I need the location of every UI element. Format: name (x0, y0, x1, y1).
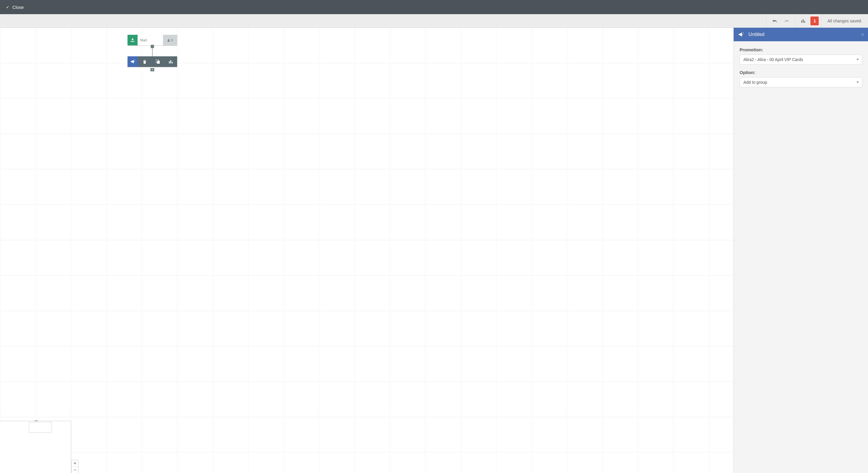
promotion-select[interactable]: Alira2 - Alira - 00 April VIP Cards (740, 55, 862, 65)
delete-button[interactable] (138, 56, 151, 67)
trash-icon (143, 60, 147, 64)
undo-button[interactable] (769, 14, 781, 28)
canvas-grid (0, 28, 733, 473)
chevron-down-icon (857, 59, 859, 61)
option-label: Option: (740, 70, 862, 75)
properties-panel: + Untitled × Promotion: Alira2 - Alira -… (733, 28, 868, 473)
bar-chart-icon (801, 19, 805, 23)
check-icon: ✓ (6, 5, 9, 9)
redo-icon (784, 19, 789, 23)
zoom-out-button[interactable]: − (72, 467, 78, 473)
stats-button[interactable] (798, 14, 809, 28)
panel-header: + Untitled × (734, 28, 868, 41)
action-node-icon-head: + (128, 56, 138, 67)
close-button[interactable]: ✓ Close (6, 5, 24, 10)
megaphone-icon: + (130, 60, 135, 64)
save-status: All changes saved. (821, 14, 868, 27)
svg-rect-2 (804, 21, 805, 23)
promotion-label: Promotion: (740, 47, 862, 52)
panel-title: Untitled (748, 32, 764, 37)
panel-body: Promotion: Alira2 - Alira - 00 April VIP… (734, 41, 868, 99)
start-node-count-area: 0 (163, 35, 177, 45)
stats-node-button[interactable] (164, 56, 177, 67)
close-icon: × (861, 31, 864, 38)
person-icon (167, 39, 170, 42)
option-field: Option: Add to group (740, 70, 862, 87)
start-node[interactable]: Start 0 (128, 35, 177, 45)
start-node-out-port[interactable] (151, 45, 154, 48)
svg-rect-9 (172, 62, 173, 63)
copy-icon (156, 60, 160, 64)
action-node-toolbar (138, 56, 177, 67)
minimap-handle (35, 420, 38, 421)
option-select[interactable]: Add to group (740, 77, 862, 87)
start-node-icon-head (128, 35, 137, 45)
add-node-below-button[interactable]: + (151, 68, 154, 71)
minimap[interactable] (0, 421, 71, 473)
svg-text:+: + (743, 32, 744, 34)
svg-rect-0 (801, 20, 802, 23)
stats-error-group: 1 (795, 14, 821, 27)
action-node[interactable]: + + (128, 56, 177, 67)
chevron-down-icon (857, 82, 859, 83)
promotion-value: Alira2 - Alira - 00 April VIP Cards (743, 57, 803, 62)
redo-button[interactable] (781, 14, 793, 28)
canvas[interactable]: Start 0 + + (0, 28, 733, 473)
svg-rect-1 (803, 19, 804, 23)
top-dark-bar: ✓ Close (0, 0, 868, 14)
svg-rect-8 (170, 60, 171, 63)
zoom-in-button[interactable]: + (72, 460, 78, 467)
svg-point-3 (168, 39, 169, 40)
start-node-count: 0 (171, 38, 173, 42)
svg-text:+: + (134, 60, 135, 61)
minimap-viewport[interactable] (29, 422, 52, 433)
connector-line (152, 48, 153, 56)
zoom-controls: + − (71, 460, 79, 473)
toolbar: 1 All changes saved. (0, 14, 868, 28)
bar-chart-icon (169, 60, 173, 63)
download-icon (130, 38, 135, 42)
close-panel-button[interactable]: × (861, 31, 864, 38)
svg-rect-6 (157, 61, 160, 64)
promotion-field: Promotion: Alira2 - Alira - 00 April VIP… (740, 47, 862, 65)
option-value: Add to group (743, 80, 767, 85)
svg-rect-7 (169, 61, 170, 63)
megaphone-icon: + (738, 32, 744, 37)
close-label: Close (12, 5, 24, 10)
undo-icon (772, 19, 777, 23)
error-count-badge[interactable]: 1 (810, 16, 819, 25)
copy-button[interactable] (151, 56, 164, 67)
start-node-label: Start (137, 35, 163, 45)
main-area: Start 0 + + (0, 28, 868, 473)
undo-redo-group (766, 14, 795, 27)
